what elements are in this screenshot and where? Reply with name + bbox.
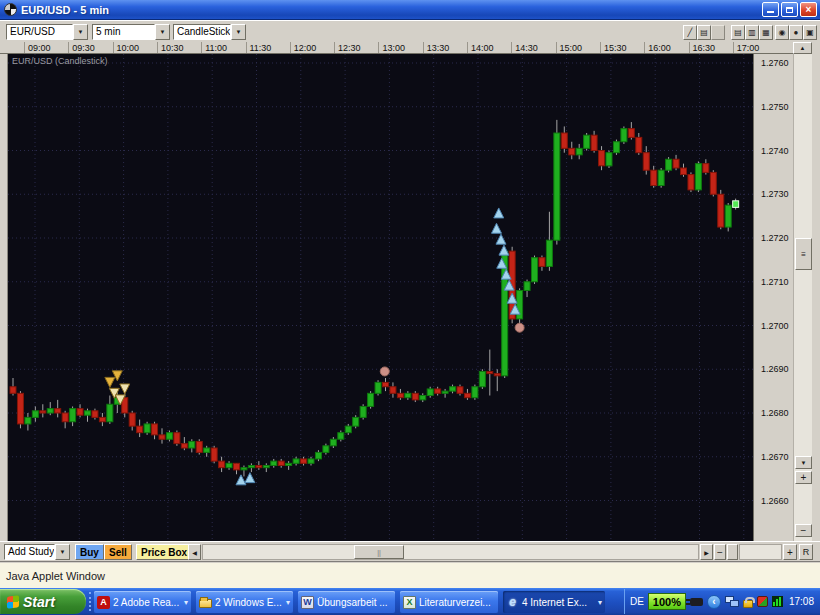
title-bar[interactable]: EUR/USD - 5 min (0, 0, 820, 20)
candle-down (591, 131, 597, 153)
time-axis-separator (644, 42, 645, 54)
grid-style-tool-2-button[interactable]: ▥ (745, 25, 759, 40)
time-axis-separator (246, 42, 247, 54)
time-axis-separator (24, 42, 25, 54)
price-axis-label: 1.2710 (761, 277, 789, 287)
candle-up (85, 409, 91, 422)
candle-up (420, 393, 426, 402)
task-button[interactable]: e4 Internet Ex...▾ (503, 591, 605, 613)
scroll-up-button[interactable]: ▲ (793, 42, 812, 54)
vertical-scrollbar[interactable]: ≡▼+− (793, 54, 812, 541)
time-axis-label: 10:00 (117, 43, 140, 53)
collapse-tray-button[interactable]: ‹ (707, 595, 721, 609)
price-box-button[interactable]: Price Box (136, 544, 192, 560)
interval-value[interactable]: 5 min (92, 24, 155, 40)
chevron-down-icon[interactable]: ▼ (55, 544, 70, 560)
windows-tool-button[interactable]: ▣ (803, 25, 817, 40)
task-button[interactable]: A2 Adobe Rea...▾ (94, 591, 191, 613)
study-lines-tool-button[interactable]: ▤ (697, 25, 711, 40)
volume-indicator[interactable]: 100% (648, 593, 686, 610)
chevron-down-icon[interactable]: ▼ (155, 24, 170, 40)
time-axis-label: 10:30 (161, 43, 184, 53)
zoom-scroll-thumb[interactable] (727, 544, 738, 560)
scroll-right-button[interactable]: ▶ (700, 544, 713, 560)
task-button[interactable]: XLiteraturverzei... (400, 591, 498, 613)
candle-down (569, 142, 575, 160)
trendline-tool-button[interactable]: ╱ (683, 25, 697, 40)
system-tray: DE 100% ‹ 17:08 (624, 589, 818, 614)
chevron-down-icon[interactable]: ▼ (73, 24, 88, 40)
candle-down (62, 411, 68, 429)
candle-up (695, 161, 701, 192)
candlestick-chart[interactable] (8, 54, 753, 541)
close-button[interactable]: × (800, 2, 817, 17)
task-button[interactable]: 2 Windows E...▾ (196, 591, 293, 613)
sell-button[interactable]: Sell (104, 544, 132, 560)
add-study-select[interactable]: Add Study ▼ (4, 544, 70, 560)
candle-up (70, 406, 76, 426)
candle-down (673, 155, 679, 170)
chart-canvas[interactable] (8, 54, 753, 541)
task-button[interactable]: WÜbungsarbeit ... (298, 591, 395, 613)
antivirus-icon[interactable] (757, 596, 768, 607)
scroll-down-button[interactable]: ▼ (795, 456, 812, 469)
symbol-select[interactable]: EUR/USD ▼ (6, 24, 88, 40)
candle-up (338, 431, 344, 442)
chevron-down-icon[interactable]: ▾ (598, 598, 602, 607)
vertical-scroll-thumb[interactable]: ≡ (795, 238, 812, 270)
candle-down (599, 146, 605, 170)
candle-up (226, 461, 232, 470)
arrow-right-icon: ▶ (704, 549, 709, 556)
candle-down (397, 389, 403, 400)
network-icon[interactable] (725, 596, 739, 607)
vzoom-in-button[interactable]: + (795, 471, 812, 484)
time-axis-separator (290, 42, 291, 54)
chart-type-select[interactable]: CandleStick ▼ (173, 24, 246, 40)
tray-clock[interactable]: 17:08 (789, 596, 814, 607)
chevron-down-icon[interactable]: ▾ (286, 598, 290, 607)
time-axis-label: 15:00 (560, 43, 583, 53)
restore-icon (786, 7, 793, 13)
add-study-value[interactable]: Add Study (4, 544, 55, 560)
power-plug-icon[interactable] (690, 598, 703, 606)
ie-icon: e (506, 596, 519, 609)
candle-up (546, 212, 552, 271)
language-indicator[interactable]: DE (630, 596, 644, 607)
price-axis-label: 1.2760 (761, 58, 789, 68)
start-button[interactable]: Start (0, 589, 86, 614)
candle-up (144, 422, 150, 435)
lock-icon[interactable] (743, 600, 753, 608)
candle-up (47, 402, 53, 415)
chevron-down-icon[interactable]: ▼ (231, 24, 246, 40)
grid-style-tool-1-button[interactable]: ▤ (731, 25, 745, 40)
buy-signal-icon (245, 473, 255, 483)
vzoom-out-button[interactable]: − (795, 524, 812, 537)
minimize-button[interactable] (762, 2, 779, 17)
windows-flag-icon (7, 595, 19, 608)
interval-select[interactable]: 5 min ▼ (92, 24, 170, 40)
time-axis-label: 12:00 (294, 43, 317, 53)
window-edge-right (812, 42, 820, 561)
network-activity-icon[interactable] (772, 596, 783, 607)
chart-type-value[interactable]: CandleStick (173, 24, 231, 40)
buy-button[interactable]: Buy (75, 544, 104, 560)
app-icon[interactable] (4, 3, 17, 16)
chevron-down-icon[interactable]: ▾ (184, 598, 188, 607)
zoom-out-button[interactable]: − (714, 544, 726, 560)
horizontal-scroll-track[interactable]: || (202, 544, 699, 560)
scroll-left-button[interactable]: ◀ (188, 544, 201, 560)
candle-down (196, 439, 202, 454)
symbol-value[interactable]: EUR/USD (6, 24, 73, 40)
horizontal-scroll-thumb[interactable]: || (354, 545, 404, 559)
grid-style-tool-3-button[interactable]: ▦ (759, 25, 773, 40)
zoom-in-button[interactable]: + (783, 544, 797, 560)
zoom-scroll-track[interactable] (739, 544, 782, 560)
marker-style-tool-dark-button[interactable]: ● (789, 25, 803, 40)
reset-button[interactable]: R (799, 544, 813, 560)
restore-button[interactable] (781, 2, 798, 17)
time-axis-separator (334, 42, 335, 54)
marker-style-tool-light-button[interactable]: ◉ (775, 25, 789, 40)
chart-series-label: EUR/USD (Candlestick) (12, 56, 108, 66)
candle-up (166, 431, 172, 442)
folder-icon (199, 596, 212, 609)
